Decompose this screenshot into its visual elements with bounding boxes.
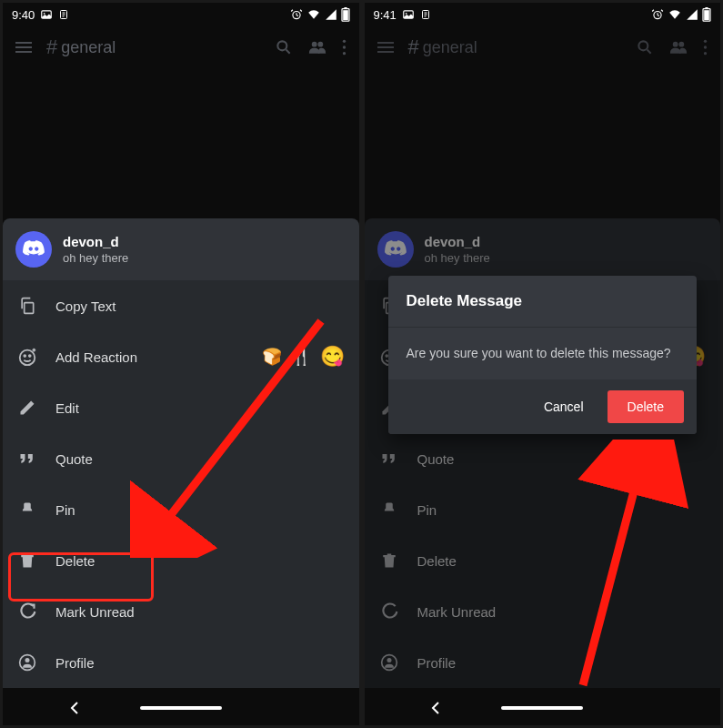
item-label: Profile [55,655,95,671]
item-label: Quote [55,451,93,467]
item-label: Add Reaction [55,349,137,365]
svg-point-1 [44,13,45,15]
profile-item[interactable]: Profile [3,637,359,688]
wifi-icon [668,8,682,21]
copy-text-item[interactable]: Copy Text [3,280,359,331]
wifi-icon [306,8,321,21]
quote-item: Quote [365,433,721,484]
svg-point-14 [277,41,286,50]
pin-item: Pin [365,484,721,535]
alarm-icon [290,8,303,21]
svg-point-18 [342,40,345,43]
delete-button[interactable]: Delete [608,390,684,423]
menu-icon[interactable] [15,42,32,53]
image-icon [402,8,415,21]
delete-item: Delete [365,535,721,586]
svg-point-20 [342,52,345,55]
signal-icon [325,8,337,21]
svg-line-9 [291,10,293,12]
username: devon_d [425,234,490,249]
item-label: Edit [55,400,79,416]
screen-left: 9:40 # general devon_d oh hey there [3,3,359,725]
battery-icon [341,7,350,22]
add-reaction-item[interactable]: Add Reaction 🍞 🍴 😋 [3,331,359,382]
more-icon[interactable] [342,38,346,56]
channel-label: general [423,38,477,57]
cancel-button[interactable]: Cancel [527,390,600,423]
search-icon [636,38,654,56]
edit-item[interactable]: Edit [3,382,359,433]
dialog-body: Are you sure you want to delete this mes… [388,328,698,379]
item-label: Pin [417,502,437,518]
edit-icon [17,398,37,418]
svg-point-48 [704,40,707,43]
svg-point-49 [704,46,707,48]
doc-icon [420,8,431,21]
alarm-icon [651,8,664,21]
item-label: Delete [55,553,95,569]
home-handle[interactable] [501,706,583,710]
back-icon[interactable] [430,702,441,714]
message-text: oh hey there [63,251,128,265]
doc-icon [58,8,69,21]
signal-icon [686,8,698,21]
username: devon_d [63,234,128,249]
profile-icon [379,652,399,672]
quote-item[interactable]: Quote [3,433,359,484]
mark-unread-item[interactable]: Mark Unread [3,586,359,637]
app-topbar: # general [3,26,359,68]
item-label: Mark Unread [55,604,135,620]
trash-icon [379,551,399,571]
svg-point-47 [678,42,684,47]
trash-icon [17,551,37,571]
svg-point-22 [20,350,35,366]
unread-icon [17,602,37,622]
nav-bar [365,696,721,720]
unread-icon [379,602,399,622]
search-icon[interactable] [275,38,293,56]
svg-point-44 [638,41,648,50]
avatar [15,231,52,268]
svg-line-45 [648,50,651,54]
hash-icon: # [408,35,419,59]
svg-line-40 [661,10,663,12]
quote-icon [379,449,399,469]
home-handle[interactable] [140,706,222,710]
svg-point-31 [406,13,407,15]
screen-right: 9:41 # general devon_d oh hey there [365,3,721,725]
message-header: devon_d oh hey there [3,218,359,280]
svg-rect-42 [705,7,708,9]
channel-name[interactable]: # general [46,35,260,59]
profile-icon [17,652,37,672]
bread-emoji[interactable]: 🍞 [262,347,282,367]
svg-line-15 [286,50,289,54]
svg-point-53 [386,355,387,357]
back-icon[interactable] [69,702,80,714]
members-icon[interactable] [307,38,327,56]
delete-item[interactable]: Delete [3,535,359,586]
nav-bar [3,696,359,720]
message-header: devon_d oh hey there [365,218,721,280]
svg-point-19 [342,46,345,48]
avatar [377,231,414,268]
item-label: Pin [55,502,75,518]
delete-dialog: Delete Message Are you sure you want to … [388,276,698,434]
svg-point-24 [29,355,31,357]
svg-rect-12 [344,7,346,9]
fork-emoji[interactable]: 🍴 [291,347,311,367]
svg-line-8 [296,15,298,16]
pin-icon [379,500,399,520]
item-label: Profile [417,655,457,671]
svg-point-16 [311,42,316,47]
yum-emoji[interactable]: 😋 [320,345,345,369]
dialog-actions: Cancel Delete [388,379,698,434]
members-icon [668,38,688,56]
item-label: Copy Text [55,298,115,314]
app-topbar: # general [365,26,721,68]
status-bar: 9:41 [365,3,721,26]
item-label: Quote [417,451,455,467]
pin-item[interactable]: Pin [3,484,359,535]
svg-rect-21 [25,303,34,314]
item-label: Mark Unread [417,604,497,620]
profile-item: Profile [365,637,721,688]
